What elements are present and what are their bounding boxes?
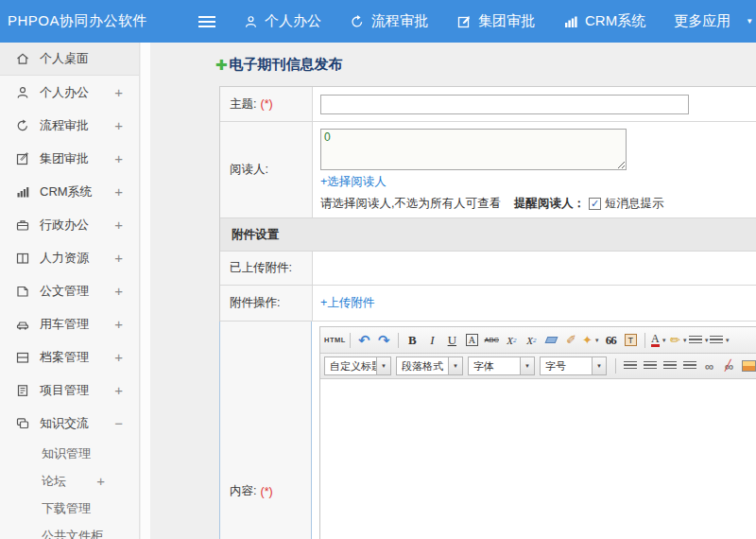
publish-form: 主题: (*) 阅读人: 0 +选择阅读人 请选择阅读人,不选为所有人可查看 bbox=[219, 86, 756, 539]
format-painter-icon[interactable]: ✐ bbox=[561, 330, 581, 350]
unlink-icon[interactable]: ∞╱ bbox=[719, 356, 739, 376]
blockquote-button[interactable]: 66 bbox=[601, 330, 621, 350]
sidebar-item-document-mgmt[interactable]: 公文管理 + bbox=[0, 274, 139, 307]
sidebar-item-workflow-approval[interactable]: 流程审批 + bbox=[0, 109, 139, 142]
expand-icon[interactable]: + bbox=[114, 84, 139, 100]
toolbar-separator bbox=[644, 333, 645, 348]
remind-readers-label: 提醒阅读人： bbox=[514, 196, 585, 212]
chevron-down-icon[interactable]: ▼ bbox=[592, 357, 606, 374]
sidebar-subitem-download-mgmt[interactable]: 下载管理 bbox=[0, 495, 139, 522]
collapse-icon[interactable]: − bbox=[114, 415, 139, 431]
html-source-button[interactable]: HTML bbox=[324, 330, 346, 350]
highlight-color-button[interactable]: ✏▼ bbox=[669, 330, 689, 350]
upload-attachment-link[interactable]: +上传附件 bbox=[320, 295, 756, 311]
align-justify-icon[interactable] bbox=[679, 356, 699, 376]
nav-crm-system[interactable]: CRM系统 bbox=[563, 12, 645, 30]
expand-icon[interactable]: + bbox=[114, 217, 139, 233]
archive-icon bbox=[15, 350, 30, 365]
editor-toolbar-row1: HTML ↶ ↷ B I U A ABC X2 X2 bbox=[320, 327, 756, 354]
expand-icon[interactable]: + bbox=[114, 283, 139, 299]
chevron-down-icon[interactable]: ▼ bbox=[376, 357, 390, 374]
align-right-icon[interactable] bbox=[660, 356, 679, 376]
redo-icon[interactable]: ↷ bbox=[374, 330, 394, 350]
eraser-icon[interactable] bbox=[541, 330, 561, 350]
italic-button[interactable]: I bbox=[422, 330, 442, 350]
project-icon bbox=[15, 383, 30, 398]
expand-icon[interactable]: + bbox=[96, 473, 139, 489]
readers-textarea[interactable]: 0 bbox=[320, 129, 627, 170]
content-row: 内容: (*) HTML ↶ ↷ B I bbox=[220, 322, 756, 539]
hamburger-menu-icon[interactable] bbox=[198, 16, 215, 27]
readers-row: 阅读人: 0 +选择阅读人 请选择阅读人,不选为所有人可查看 提醒阅读人： ✓ … bbox=[220, 122, 756, 218]
insert-image-icon[interactable] bbox=[739, 356, 756, 376]
subscript-button[interactable]: X2 bbox=[522, 330, 541, 350]
strikethrough-button[interactable]: ABC bbox=[482, 330, 502, 350]
attachment-ops-label: 附件操作: bbox=[220, 286, 313, 321]
attachment-section-header: 附件设置 bbox=[220, 218, 756, 252]
sms-remind-checkbox[interactable]: ✓ bbox=[589, 198, 601, 210]
font-color-button[interactable]: A▼ bbox=[649, 330, 669, 350]
approve-icon bbox=[15, 151, 30, 166]
font-family-select[interactable]: 字体 ▼ bbox=[468, 356, 535, 375]
attachment-ops-row: 附件操作: +上传附件 bbox=[220, 286, 756, 322]
expand-icon[interactable]: + bbox=[114, 183, 139, 200]
paste-text-icon[interactable]: T bbox=[621, 330, 641, 350]
nav-group-approval[interactable]: 集团审批 bbox=[456, 12, 535, 30]
sidebar-item-archive-mgmt[interactable]: 档案管理 + bbox=[0, 340, 139, 374]
chevron-down-icon[interactable]: ▼ bbox=[746, 17, 753, 26]
insert-link-icon[interactable]: ∞ bbox=[699, 356, 719, 376]
sidebar-subitem-public-cabinet[interactable]: 公共文件柜 bbox=[0, 522, 139, 539]
sidebar-item-knowledge-exchange[interactable]: 知识交流 − bbox=[0, 407, 139, 440]
app-logo: PHPOA协同办公软件 bbox=[0, 12, 140, 30]
chart-icon bbox=[15, 184, 30, 200]
top-header: PHPOA协同办公软件 个人办公 流程审批 集团审批 CRM系统 更多应用 bbox=[0, 0, 756, 43]
page-title-text: 电子期刊信息发布 bbox=[230, 56, 343, 74]
nav-personal-office[interactable]: 个人办公 bbox=[244, 12, 321, 30]
paragraph-format-select[interactable]: 段落格式 ▼ bbox=[396, 356, 463, 375]
editor-content[interactable] bbox=[320, 379, 756, 539]
required-mark: (*) bbox=[260, 485, 272, 498]
sidebar-item-personal-office[interactable]: 个人办公 + bbox=[0, 76, 139, 109]
bold-button[interactable]: B bbox=[403, 330, 422, 350]
sidebar-item-admin-office[interactable]: 行政办公 + bbox=[0, 208, 139, 241]
nav-workflow-approval[interactable]: 流程审批 bbox=[350, 12, 428, 30]
subject-label: 主题: (*) bbox=[220, 87, 313, 121]
expand-icon[interactable]: + bbox=[114, 250, 139, 266]
expand-icon[interactable]: + bbox=[114, 316, 139, 332]
align-left-icon[interactable] bbox=[620, 356, 640, 376]
home-icon bbox=[15, 51, 30, 66]
toolbar-separator bbox=[615, 358, 616, 374]
sidebar-item-hr[interactable]: 人力资源 + bbox=[0, 241, 139, 274]
chevron-down-icon[interactable]: ▼ bbox=[448, 357, 462, 374]
sidebar-item-project-mgmt[interactable]: 项目管理 + bbox=[0, 374, 139, 407]
autotypeset-icon[interactable]: ✦▼ bbox=[581, 330, 601, 350]
font-size-select[interactable]: 字号 ▼ bbox=[540, 356, 607, 375]
nav-more-apps[interactable]: 更多应用 bbox=[674, 12, 730, 30]
sidebar-item-vehicle-mgmt[interactable]: 用车管理 + bbox=[0, 307, 139, 340]
underline-button[interactable]: U bbox=[442, 330, 462, 350]
font-style-button[interactable]: A bbox=[462, 330, 482, 350]
expand-icon[interactable]: + bbox=[114, 150, 139, 166]
expand-icon[interactable]: + bbox=[114, 117, 139, 133]
process-icon bbox=[15, 118, 30, 133]
process-icon bbox=[350, 14, 365, 29]
sidebar-item-desktop[interactable]: 个人桌面 bbox=[0, 43, 139, 76]
align-center-icon[interactable] bbox=[640, 356, 660, 376]
document-icon bbox=[15, 284, 30, 299]
unordered-list-button[interactable]: ▼ bbox=[710, 330, 730, 350]
chevron-down-icon[interactable]: ▼ bbox=[520, 357, 534, 374]
sidebar: 个人桌面 个人办公 + 流程审批 + 集团审批 + CRM系统 + 行政办公 + bbox=[0, 43, 140, 539]
ordered-list-button[interactable]: ▼ bbox=[689, 330, 710, 350]
sidebar-subitem-knowledge-mgmt[interactable]: 知识管理 bbox=[0, 440, 139, 467]
sidebar-item-group-approval[interactable]: 集团审批 + bbox=[0, 142, 139, 175]
expand-icon[interactable]: + bbox=[114, 382, 139, 398]
sidebar-subitem-forum[interactable]: 论坛 + bbox=[0, 467, 139, 495]
sidebar-item-crm[interactable]: CRM系统 + bbox=[0, 175, 139, 208]
undo-icon[interactable]: ↶ bbox=[354, 330, 374, 350]
toolbar-separator bbox=[350, 333, 351, 348]
expand-icon[interactable]: + bbox=[114, 349, 139, 365]
superscript-button[interactable]: X2 bbox=[502, 330, 522, 350]
subject-input[interactable] bbox=[320, 95, 689, 114]
select-readers-link[interactable]: +选择阅读人 bbox=[320, 174, 756, 190]
custom-title-select[interactable]: 自定义标题 ▼ bbox=[324, 356, 391, 375]
